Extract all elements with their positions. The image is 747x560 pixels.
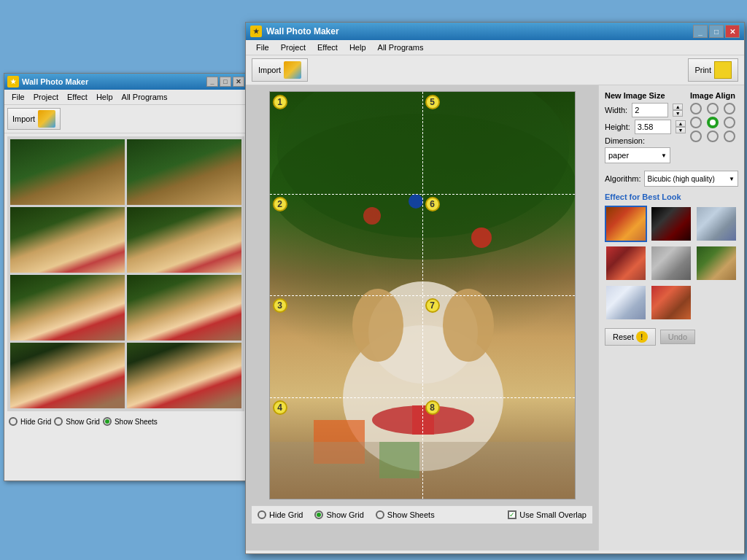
main-import-button[interactable]: Import — [252, 58, 308, 82]
bg-preview-cell-4[interactable] — [127, 207, 241, 273]
main-print-icon — [714, 61, 732, 79]
width-up-btn[interactable]: ▲ — [673, 104, 683, 110]
algo-arrow: ▼ — [729, 176, 735, 182]
align-bl[interactable] — [690, 131, 702, 142]
reset-button[interactable]: Reset ! — [605, 328, 656, 346]
main-menu-allprograms[interactable]: All Programs — [372, 42, 430, 53]
main-import-label: Import — [258, 66, 281, 74]
bg-menu-bar: File Project Effect Help All Programs — [4, 90, 247, 105]
main-print-button[interactable]: Print — [688, 58, 738, 82]
bg-preview-cell-7[interactable] — [10, 343, 125, 408]
bg-preview-img-2 — [127, 139, 241, 205]
reset-label: Reset — [613, 332, 634, 341]
bg-preview-cell-8[interactable] — [127, 343, 241, 408]
bg-menu-file[interactable]: File — [7, 91, 29, 103]
align-tl[interactable] — [690, 103, 702, 114]
new-image-size-section: New Image Size Width: 2 ▲ ▼ — [605, 91, 738, 163]
bg-menu-effect[interactable]: Effect — [63, 91, 92, 103]
bg-preview-img-7 — [10, 343, 125, 408]
bg-show-grid-radio[interactable] — [54, 417, 63, 426]
align-tr[interactable] — [724, 103, 735, 114]
main-maximize-button[interactable]: □ — [709, 25, 724, 38]
svg-point-7 — [409, 194, 423, 209]
overlap-label: Use Small Overlap — [519, 510, 587, 519]
right-panel: New Image Size Width: 2 ▲ ▼ — [598, 85, 744, 551]
bg-show-grid-label: Show Grid — [66, 418, 100, 426]
height-row: Height: 3.58 ▲ ▼ — [605, 120, 686, 134]
align-tc[interactable] — [707, 103, 719, 114]
bg-show-sheets-radio[interactable] — [103, 417, 112, 426]
effect-section: Effect for Best Look — [605, 192, 738, 321]
hide-grid-radio[interactable] — [258, 510, 266, 519]
bg-preview-cell-5[interactable] — [10, 275, 125, 341]
svg-point-5 — [363, 207, 381, 225]
bg-preview-cell-6[interactable] — [127, 275, 241, 341]
bg-menu-help[interactable]: Help — [92, 91, 117, 103]
effect-thumb-3[interactable] — [605, 245, 647, 281]
align-br[interactable] — [724, 131, 735, 142]
bg-preview-cell-2[interactable] — [127, 139, 241, 205]
bg-hide-grid-radio[interactable] — [9, 417, 18, 426]
algorithm-select[interactable]: Bicubic (high quality) ▼ — [644, 171, 738, 187]
bg-import-label: Import — [12, 114, 35, 123]
photo-grid[interactable]: 1 2 3 4 5 6 7 8 — [269, 91, 576, 499]
effect-thumb-6[interactable] — [605, 284, 647, 321]
main-menu-help[interactable]: Help — [344, 42, 372, 53]
bg-preview-area — [7, 136, 244, 411]
main-menu-effect[interactable]: Effect — [311, 42, 344, 53]
effect-thumb-2[interactable] — [695, 206, 738, 242]
bg-preview-img-4 — [127, 207, 241, 273]
effect-label: Effect for Best Look — [605, 192, 738, 201]
effect-thumb-4[interactable] — [650, 245, 692, 281]
photo-svg — [270, 92, 575, 499]
height-input[interactable]: 3.58 — [635, 120, 671, 134]
dimension-arrow: ▼ — [661, 152, 667, 159]
effect-thumb-0[interactable] — [605, 206, 647, 242]
align-mr[interactable] — [724, 117, 735, 128]
align-ml[interactable] — [690, 117, 702, 128]
effect-grid — [605, 206, 738, 321]
width-spinner[interactable]: ▲ ▼ — [673, 104, 683, 117]
effect-img-3 — [606, 246, 646, 280]
height-up-btn[interactable]: ▲ — [676, 120, 686, 127]
effect-img-0 — [606, 207, 646, 241]
svg-rect-16 — [270, 442, 575, 499]
svg-rect-13 — [412, 405, 434, 435]
align-mc[interactable] — [707, 117, 719, 128]
main-minimize-button[interactable]: _ — [693, 25, 708, 38]
show-grid-label: Show Grid — [326, 510, 363, 519]
effect-thumb-5[interactable] — [695, 245, 738, 281]
bg-toolbar: Import — [4, 105, 247, 133]
height-spinner[interactable]: ▲ ▼ — [676, 120, 686, 133]
bg-preview-img-8 — [127, 343, 241, 408]
effect-thumb-1[interactable] — [650, 206, 692, 242]
align-bc[interactable] — [707, 131, 719, 142]
undo-button[interactable]: Undo — [660, 330, 695, 344]
show-grid-radio[interactable] — [314, 510, 323, 519]
main-menu-file[interactable]: File — [250, 42, 275, 53]
effect-thumb-7[interactable] — [650, 284, 692, 321]
bg-import-button[interactable]: Import — [7, 108, 61, 130]
main-close-button[interactable]: ✕ — [725, 25, 740, 38]
bg-maximize-button[interactable]: □ — [220, 77, 231, 87]
bg-minimize-button[interactable]: _ — [206, 77, 218, 87]
effect-img-5 — [697, 246, 736, 280]
bg-close-button[interactable]: ✕ — [233, 77, 244, 87]
bg-window-title: Wall Photo Maker — [22, 77, 88, 86]
bg-menu-project[interactable]: Project — [29, 91, 63, 103]
height-down-btn[interactable]: ▼ — [676, 127, 686, 133]
width-down-btn[interactable]: ▼ — [673, 110, 683, 117]
width-input[interactable]: 2 — [632, 103, 668, 117]
effect-img-7 — [651, 286, 691, 319]
canvas-area: 1 2 3 4 5 6 7 8 Hide Grid Show — [246, 85, 598, 551]
show-sheets-radio[interactable] — [376, 510, 384, 519]
bg-preview-img-6 — [127, 275, 241, 341]
bg-preview-cell-3[interactable] — [10, 207, 125, 273]
bg-menu-allprograms[interactable]: All Programs — [117, 91, 172, 103]
dimension-select[interactable]: paper ▼ — [605, 147, 670, 163]
effect-img-6 — [606, 286, 646, 319]
main-menu-project[interactable]: Project — [275, 42, 311, 53]
overlap-checkbox[interactable]: ✓ — [508, 510, 516, 519]
bg-preview-cell-1[interactable] — [10, 139, 125, 205]
main-win-controls: _ □ ✕ — [693, 25, 740, 38]
